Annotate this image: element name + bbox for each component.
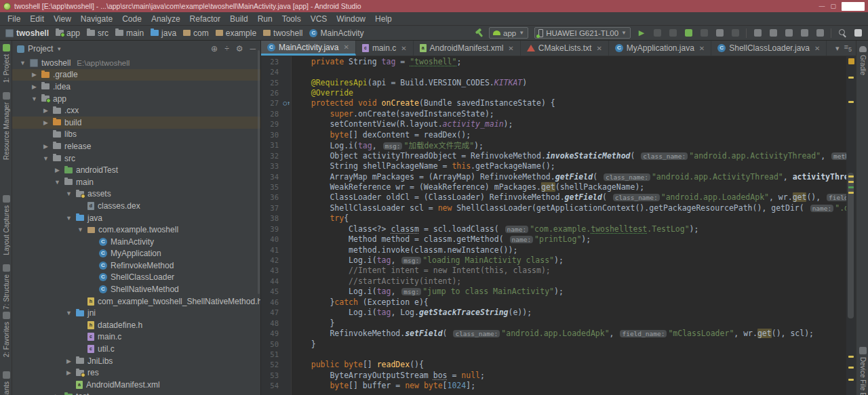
line-number[interactable]: 40 <box>261 235 281 243</box>
error-stripe-mark[interactable] <box>848 356 854 358</box>
code-line[interactable]: 48 } <box>261 318 846 328</box>
tree-item-main[interactable]: ▼main <box>12 176 260 188</box>
project-scrollbar[interactable] <box>258 50 260 294</box>
search-everywhere-button[interactable] <box>837 28 847 38</box>
code-line[interactable]: 37 ShellClassLoader scl = new ShellClass… <box>261 203 846 213</box>
tree-chevron-icon[interactable]: ▶ <box>31 71 38 78</box>
tree-item--cxx[interactable]: ▶.cxx <box>12 104 260 117</box>
tree-item-util-c[interactable]: cutil.c <box>12 343 260 355</box>
capture-button[interactable] <box>800 28 809 38</box>
tree-item-refinvokemethod[interactable]: CRefinvokeMethod <box>12 259 260 272</box>
maximize-button[interactable]: ▢ <box>830 3 836 9</box>
sync-button[interactable] <box>715 28 724 38</box>
tool-button----structure[interactable]: 7: Structure <box>1 264 12 310</box>
device-manager-button[interactable] <box>753 28 762 38</box>
gutter-override-icon[interactable]: ○↑ <box>281 100 292 106</box>
code-editor[interactable]: 23 private String tag = "twoshell";2425 … <box>261 56 856 395</box>
breadcrumb-item[interactable]: example <box>216 28 256 38</box>
line-number[interactable]: 33 <box>261 162 281 170</box>
line-number[interactable]: 30 <box>261 131 281 139</box>
menu-view[interactable]: View <box>49 12 76 26</box>
menu-build[interactable]: Build <box>225 12 253 26</box>
editor-tab-mainactivity-java[interactable]: CMainActivity.java✕ <box>261 41 356 56</box>
code-line[interactable]: 43 //Intent intent = new Intent(this, cl… <box>261 266 846 276</box>
tool-button-build-variants[interactable]: Build Variants <box>1 371 12 395</box>
code-line[interactable]: 36 ClassLoader oldCl = (ClassLoader) Ref… <box>261 192 846 203</box>
line-number[interactable]: 39 <box>261 225 281 233</box>
line-number[interactable]: 34 <box>261 173 281 181</box>
hidden-tabs-button[interactable]: ≡5 <box>844 43 852 53</box>
tree-item--gradle[interactable]: ▶.gradle <box>12 69 260 81</box>
tree-item-main-c[interactable]: cmain.c <box>12 331 260 344</box>
tree-item-app[interactable]: ▼app <box>12 93 260 105</box>
tree-chevron-icon[interactable]: ▼ <box>42 155 50 162</box>
close-button[interactable] <box>842 2 865 11</box>
tree-item-test[interactable]: ▶test <box>12 391 260 395</box>
line-number[interactable]: 27 <box>261 99 281 107</box>
code-line[interactable]: 53 ByteArrayOutputStream bos = null; <box>261 370 846 380</box>
line-number[interactable]: 43 <box>261 266 281 274</box>
error-stripe-mark[interactable] <box>848 101 854 103</box>
tree-item-classes-dex[interactable]: dclasses.dex <box>12 200 260 212</box>
tree-chevron-icon[interactable]: ▶ <box>42 143 50 150</box>
hide-panel-button[interactable]: ─ <box>250 44 256 54</box>
tree-item-twoshell[interactable]: ▼twoshell E:\app\twoshell <box>12 57 260 69</box>
tab-close-icon[interactable]: ✕ <box>508 45 513 52</box>
tree-item-java[interactable]: ▼java <box>12 212 260 224</box>
apply-changes-button[interactable] <box>652 28 662 38</box>
line-number[interactable]: 38 <box>261 214 281 222</box>
tree-chevron-icon[interactable]: ▼ <box>54 179 61 186</box>
debug-button[interactable] <box>684 28 693 38</box>
code-line[interactable]: 40 Method method = classm.getMethod( nam… <box>261 234 846 244</box>
tool-button-layout-captures[interactable]: Layout Captures <box>1 195 12 255</box>
gear-icon[interactable]: ⚙ <box>236 44 243 54</box>
editor-tab-cmakelists-txt[interactable]: CMakeLists.txt✕ <box>521 41 609 56</box>
menu-file[interactable]: File <box>3 12 25 26</box>
tree-chevron-icon[interactable]: ▶ <box>31 83 38 90</box>
tree-chevron-icon[interactable]: ▶ <box>42 119 50 126</box>
code-line[interactable]: 33 String shellPackageName = this.getPac… <box>261 161 846 171</box>
error-stripe-mark[interactable] <box>848 77 854 79</box>
code-line[interactable]: 49 RefinvokeMethod.setField( class_name:… <box>261 328 846 338</box>
tool-button----project[interactable]: 1: Project <box>1 44 12 83</box>
line-number[interactable]: 52 <box>261 360 281 369</box>
code-line[interactable]: 51 <box>261 349 846 359</box>
tree-item--idea[interactable]: ▶.idea <box>12 81 260 93</box>
tree-chevron-icon[interactable]: ▶ <box>54 167 61 173</box>
tree-chevron-icon[interactable]: ▼ <box>65 190 73 197</box>
device-select[interactable]: HUAWEI G621-TL00 ▼ <box>534 27 631 39</box>
breadcrumb-item[interactable]: main <box>115 28 144 38</box>
tab-close-icon[interactable]: ✕ <box>814 45 820 52</box>
tree-item-androidmanifest-xml[interactable]: aAndroidManifest.xml <box>12 379 260 391</box>
tree-chevron-icon[interactable]: ▼ <box>77 226 84 233</box>
tree-item-build[interactable]: ▶build <box>12 117 260 129</box>
error-stripe-mark[interactable] <box>848 175 854 178</box>
breadcrumb-item[interactable]: com <box>183 28 209 38</box>
line-number[interactable]: 41 <box>261 246 281 254</box>
line-number[interactable]: 42 <box>261 256 281 264</box>
logcat-button[interactable] <box>768 28 778 38</box>
tool-button-resource-manager[interactable]: Resource Manager <box>1 92 12 160</box>
line-number[interactable]: 48 <box>261 319 281 327</box>
run-button[interactable]: ▶ <box>637 28 646 38</box>
line-number[interactable]: 31 <box>261 141 281 149</box>
code-line[interactable]: 35 WeakReference wr = (WeakReference) mP… <box>261 182 846 192</box>
error-stripe-mark[interactable] <box>848 181 854 183</box>
tree-item-shellclassloader[interactable]: CShellClassLoader <box>12 272 260 284</box>
menu-tools[interactable]: Tools <box>277 12 306 26</box>
line-number[interactable]: 37 <box>261 204 281 212</box>
tree-item-datadefine-h[interactable]: hdatadefine.h <box>12 319 260 331</box>
editor-tab-myapplication-java[interactable]: CMyApplication.java✕ <box>609 41 711 56</box>
tree-item-src[interactable]: ▼src <box>12 152 260 165</box>
tree-item-com-example-twoshell[interactable]: ▼com.example.twoshell <box>12 224 260 236</box>
tree-item-androidtest[interactable]: ▶androidTest <box>12 164 260 176</box>
tool-button-gradle[interactable]: Gradle <box>857 46 868 75</box>
locate-file-button[interactable]: ⊕ <box>211 44 218 54</box>
tree-chevron-icon[interactable]: ▼ <box>65 310 73 316</box>
editor-scrollbar[interactable] <box>848 173 854 318</box>
menu-run[interactable]: Run <box>253 12 277 26</box>
code-line[interactable]: 44 //startActivity(intent); <box>261 276 846 286</box>
tree-item-assets[interactable]: ▼assets <box>12 188 260 201</box>
code-line[interactable]: 46 }catch (Exception e){ <box>261 297 846 307</box>
line-number[interactable]: 47 <box>261 308 281 316</box>
